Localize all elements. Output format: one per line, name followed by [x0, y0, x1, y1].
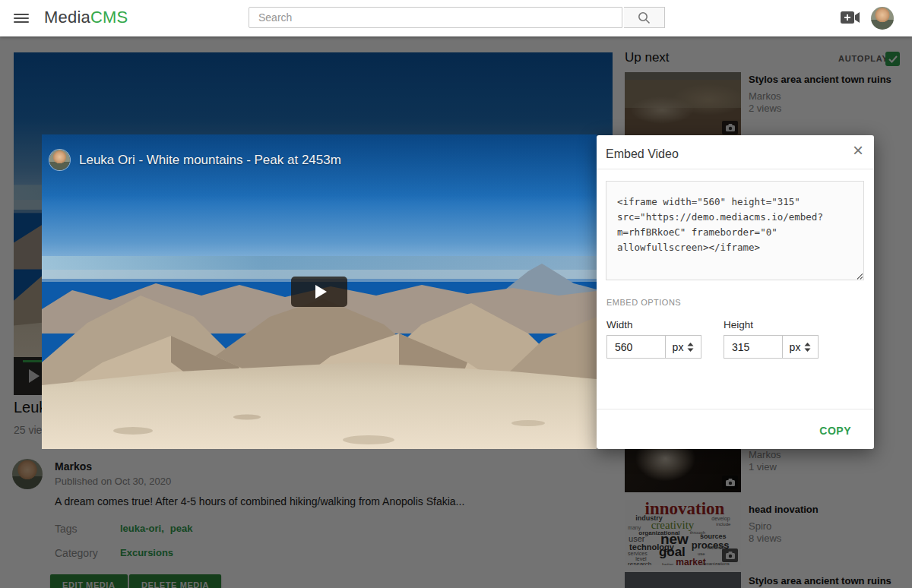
channel-avatar[interactable] — [49, 150, 70, 170]
copy-button[interactable]: COPY — [819, 425, 851, 437]
video-title-overlay: Leuka Ori - White mountains - Peak at 24… — [79, 153, 341, 168]
big-play-button[interactable] — [291, 277, 347, 307]
brand-logo[interactable]: MediaCMS — [44, 8, 128, 27]
app-screen: Leuka Ori - White mountains - Peak at 24… — [0, 0, 912, 588]
resize-grip-icon[interactable] — [857, 273, 863, 280]
top-navbar: MediaCMS — [0, 0, 912, 36]
unit-label: px — [790, 341, 801, 353]
upload-media-icon[interactable] — [841, 11, 862, 26]
hamburger-menu-icon[interactable] — [14, 11, 29, 25]
dialog-title: Embed Video — [606, 147, 679, 161]
width-input[interactable] — [606, 335, 665, 359]
video-element[interactable]: Leuka Ori - White mountains - Peak at 24… — [42, 134, 597, 449]
spinner-arrows-icon — [687, 343, 694, 352]
divider — [597, 169, 874, 169]
user-avatar[interactable] — [871, 7, 894, 30]
unit-label: px — [673, 341, 684, 353]
embed-options-heading: EMBED OPTIONS — [606, 298, 681, 307]
width-label: Width — [606, 319, 633, 330]
play-icon — [315, 285, 327, 299]
spinner-arrows-icon — [804, 343, 811, 352]
embed-code-textarea[interactable]: <iframe width="560" height="315" src="ht… — [606, 181, 864, 280]
close-icon[interactable]: × — [853, 141, 863, 160]
height-unit-select[interactable]: px — [782, 335, 819, 359]
search-icon — [638, 11, 651, 24]
height-input[interactable] — [724, 335, 782, 359]
search-input[interactable] — [249, 7, 622, 28]
divider — [597, 409, 874, 409]
width-unit-select[interactable]: px — [665, 335, 701, 359]
embed-video-dialog: Embed Video × <iframe width="560" height… — [597, 135, 874, 449]
search-button[interactable] — [624, 7, 665, 28]
height-label: Height — [724, 319, 753, 330]
